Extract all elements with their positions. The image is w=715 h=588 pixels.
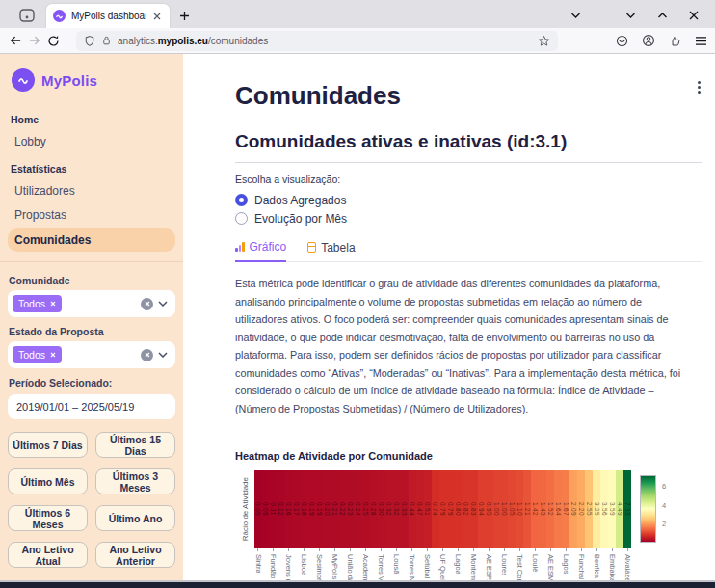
heatmap-value: 0.25 — [362, 502, 369, 516]
reload-icon[interactable] — [45, 31, 61, 50]
heatmap-cell: 1.05 — [508, 470, 516, 548]
tab-title: MyPolis dashboard — [71, 11, 146, 21]
brand[interactable]: MyPolis — [0, 65, 183, 105]
period-button-ultimos-7-dias[interactable]: Últimos 7 Dias — [8, 432, 88, 458]
firefox-view-icon[interactable] — [19, 9, 35, 22]
account-icon[interactable] — [642, 34, 655, 47]
footer-bar — [0, 580, 715, 588]
heatmap-value: 0.20 — [324, 502, 331, 516]
period-button-ultimos-6-meses[interactable]: Últimos 6 Meses — [8, 505, 88, 531]
brand-name: MyPolis — [41, 72, 97, 89]
tab-close-icon[interactable] — [151, 11, 163, 22]
period-button-ano-letivo-anterior[interactable]: Ano Letivo Anterior — [95, 542, 175, 568]
tick-mark — [257, 548, 258, 551]
pocket-icon[interactable] — [616, 35, 628, 47]
new-tab-button[interactable] — [179, 11, 190, 21]
heatmap-cell: 0.25 — [362, 470, 370, 548]
lock-icon[interactable] — [101, 35, 112, 46]
x-label: Lisboa — [301, 548, 308, 581]
window-close-icon[interactable] — [678, 11, 709, 20]
heatmap-cell: 1.10 — [516, 470, 523, 548]
window-minimize-icon[interactable] — [615, 12, 647, 19]
tab-list-chevron-icon[interactable] — [560, 12, 592, 19]
heatmap-value: 1.21 — [524, 502, 531, 516]
colorbar-tick-label: 4 — [662, 501, 666, 510]
forward-icon[interactable] — [27, 31, 42, 50]
viz-radio-dados-agregados[interactable]: Dados Agregados — [235, 191, 702, 209]
bookmark-star-icon[interactable] — [538, 35, 550, 47]
tab-tabela[interactable]: Tabela — [307, 240, 355, 261]
clear-selection-icon[interactable] — [141, 349, 153, 361]
browser-tab[interactable]: MyPolis dashboard — [46, 4, 170, 28]
heatmap-cell: 0.32 — [385, 470, 393, 548]
sidebar-item-utilizadores[interactable]: Utilizadores — [0, 179, 175, 202]
x-label: Sesimbra — [316, 548, 324, 581]
period-button-ultimo-mes[interactable]: Último Mês — [8, 468, 88, 494]
sidebar-item-comunidades[interactable]: Comunidades — [8, 228, 175, 252]
x-label: Test Community — [516, 548, 523, 581]
heatmap-cell: 1.52 — [546, 470, 554, 548]
tick-mark — [596, 548, 597, 551]
sidebar-item-lobby[interactable]: Lobby — [0, 130, 175, 153]
heatmap-value: 0.19 — [308, 502, 315, 516]
heatmap-value: 0.30 — [378, 502, 384, 516]
heatmap-value: 0.47 — [416, 502, 423, 516]
community-selected-tag[interactable]: Todos — [13, 295, 62, 312]
sidebar-divider — [0, 261, 183, 262]
heatmap-cell: 0.28 — [370, 470, 378, 548]
main-content: Comunidades Comunidades ativas e inativa… — [183, 54, 715, 580]
proposal-state-select[interactable]: Todos — [8, 341, 175, 368]
chevron-down-icon[interactable] — [158, 301, 168, 307]
colorbar-tick-label: 6 — [662, 482, 666, 491]
url-bar[interactable]: analytics.mypolis.eu/comunidades — [76, 31, 558, 51]
tick-mark — [627, 548, 628, 551]
sidebar-nav: HomeLobbyEstatísticasUtilizadoresPropost… — [0, 105, 183, 252]
heatmap-value: 0.80 — [455, 502, 462, 516]
heatmap-cell: 0.82 — [463, 470, 470, 548]
metric-description: Esta métrica pode identificar o grau de … — [235, 275, 696, 418]
heatmap-cell: 4.49 — [616, 470, 623, 548]
heatmap-xlabels: SintraFundãoJovens na PolíticaLisboaSesi… — [254, 548, 631, 581]
viz-radio-evolucao-por-mes[interactable]: Evolução por Mês — [235, 209, 702, 227]
tick-mark — [273, 548, 274, 551]
kebab-menu-icon[interactable] — [692, 79, 705, 94]
heatmap-cell: 0.20 — [324, 470, 331, 548]
heatmap-value: 7.33 — [624, 502, 631, 516]
period-button-ano-letivo-atual[interactable]: Ano Letivo Atual — [8, 542, 88, 568]
menu-icon[interactable] — [695, 36, 707, 46]
back-icon[interactable] — [8, 31, 23, 50]
sidebar-item-propostas[interactable]: Propostas — [0, 203, 175, 227]
x-label: Fundão — [270, 548, 278, 581]
state-selected-tag[interactable]: Todos — [13, 346, 62, 363]
heatmap-cell: 0.11 — [270, 470, 278, 548]
community-select[interactable]: Todos — [8, 290, 175, 317]
extension-icon[interactable] — [669, 35, 681, 47]
x-label: Torres Novas — [409, 548, 416, 581]
heatmap-cell: 0.16 — [285, 470, 293, 548]
period-range-input[interactable]: 2019/01/01 – 2025/05/19 — [8, 394, 175, 419]
period-button-ultimos-15-dias[interactable]: Últimos 15 Dias — [95, 432, 175, 458]
heatmap-value: 0.32 — [385, 502, 392, 516]
heatmap-value: 0.94 — [478, 502, 485, 516]
period-button-ultimo-ano[interactable]: Último Ano — [95, 505, 175, 531]
tracking-shield-icon[interactable] — [84, 35, 95, 47]
x-label: Loulé — [531, 548, 539, 581]
window-maximize-icon[interactable] — [647, 12, 678, 19]
heatmap-cell: 0.19 — [308, 470, 316, 548]
browser-window: MyPolis dashboard — [0, 0, 715, 588]
heatmap-value: 1.43 — [540, 502, 546, 516]
heatmap-cell: 0.74 — [432, 470, 439, 548]
period-button-ultimos-3-meses[interactable]: Últimos 3 Meses — [95, 468, 175, 494]
x-label: Lagos — [562, 548, 569, 581]
heatmap-value: 1.64 — [555, 502, 562, 516]
chevron-down-icon[interactable] — [158, 352, 168, 358]
tick-mark — [381, 548, 382, 551]
tick-mark — [458, 548, 459, 551]
tab-grafico[interactable]: Gráfico — [235, 240, 286, 262]
heatmap-cell: 1.21 — [523, 470, 531, 548]
heatmap-value: 0.19 — [316, 502, 323, 516]
heatmap-value: 1.10 — [516, 502, 523, 516]
tick-mark — [319, 548, 320, 551]
heatmap-cell: 0.22 — [339, 470, 347, 548]
clear-selection-icon[interactable] — [141, 298, 153, 310]
